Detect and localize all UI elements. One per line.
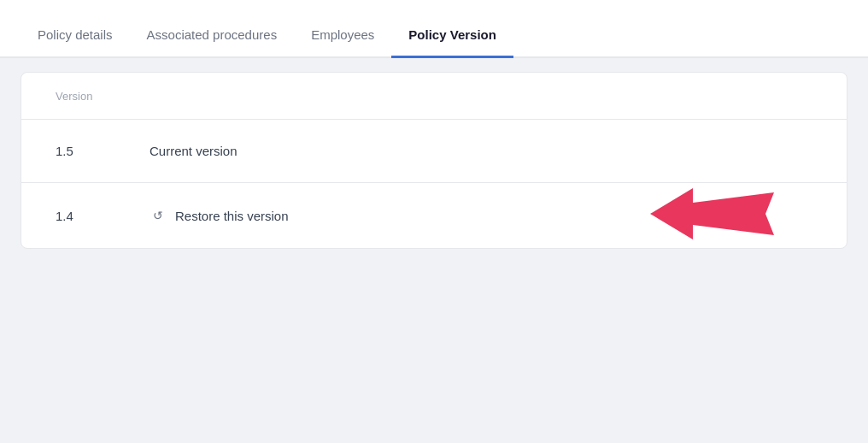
restore-icon[interactable]: ↺: [150, 207, 167, 224]
version-number-2: 1.4: [56, 209, 98, 223]
svg-marker-0: [650, 188, 774, 239]
version-column-header: Version: [56, 90, 92, 103]
table-row: 1.5 Current version: [21, 120, 847, 183]
arrow-pointing-left: [650, 180, 778, 248]
version-number-1: 1.5: [56, 144, 98, 158]
table-row: 1.4 ↺ Restore this version: [21, 183, 847, 248]
tab-policy-version[interactable]: Policy Version: [391, 10, 513, 58]
page-container: Policy details Associated procedures Emp…: [0, 0, 868, 443]
tab-associated-procedures[interactable]: Associated procedures: [130, 10, 295, 58]
versions-table: Version 1.5 Current version 1.4 ↺ Restor…: [21, 72, 847, 249]
restore-label[interactable]: Restore this version: [175, 209, 289, 223]
tab-employees[interactable]: Employees: [294, 10, 391, 58]
table-header: Version: [21, 73, 847, 120]
tab-policy-details[interactable]: Policy details: [21, 10, 130, 58]
version-label-1: Current version: [150, 144, 238, 158]
arrow-annotation: [650, 180, 778, 249]
tab-bar: Policy details Associated procedures Emp…: [0, 0, 868, 58]
content-area: Version 1.5 Current version 1.4 ↺ Restor…: [0, 58, 868, 443]
